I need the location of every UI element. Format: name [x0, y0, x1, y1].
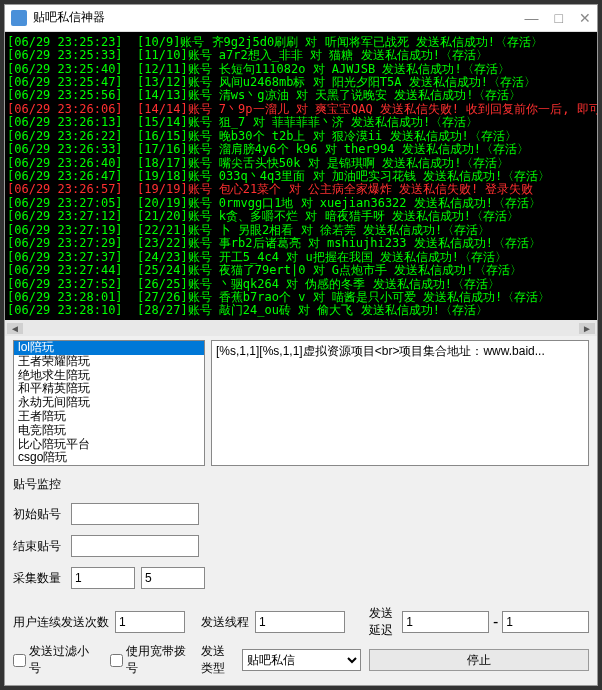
log-console: [06/29 23:25:23] [10/9]账号 齐9g2j5d0刷刷 对 听… — [5, 32, 597, 336]
filter-small-label: 发送过滤小号 — [29, 643, 96, 677]
log-line: [06/29 23:27:05] [20/19]账号 0rmvgg口1地 对 x… — [7, 197, 595, 210]
send-delay-label: 发送延迟 — [369, 605, 396, 639]
list-item[interactable]: 王者荣耀陪玩 — [14, 355, 204, 369]
log-line: [06/29 23:27:52] [26/25]账号 丶骃qk264 对 伪感的… — [7, 278, 595, 291]
send-thread-input[interactable] — [255, 611, 345, 633]
log-line: [06/29 23:26:13] [15/14]账号 狙_7 对 菲菲菲菲丶济 … — [7, 116, 595, 129]
scroll-left-button[interactable]: ◄ — [7, 323, 23, 334]
stop-button[interactable]: 停止 — [369, 649, 589, 671]
log-line: [06/29 23:26:40] [18/17]账号 嘴尖舌头快50k 对 是锦… — [7, 157, 595, 170]
log-line: [06/29 23:27:37] [24/23]账号 开工5_4c4 对 u把握… — [7, 251, 595, 264]
send-delay-max-input[interactable] — [502, 611, 589, 633]
log-line: [06/29 23:25:56] [14/13]账号 清ws丶g凉油 对 天黑了… — [7, 89, 595, 102]
monitor-section-label: 贴号监控 — [13, 476, 589, 493]
log-line: [06/29 23:26:33] [17/16]账号 溜肩膀4y6个 k96 对… — [7, 143, 595, 156]
send-type-label: 发送类型 — [201, 643, 236, 677]
log-line: [06/29 23:26:06] [14/14]账号 7丶9p一溜儿 对 爽宝宝… — [7, 103, 595, 116]
broadband-label: 使用宽带拨号 — [126, 643, 193, 677]
list-item[interactable]: 比心陪玩平台 — [14, 438, 204, 452]
maximize-button[interactable]: □ — [555, 10, 563, 26]
user-repeat-label: 用户连续发送次数 — [13, 614, 109, 631]
log-line: [06/29 23:27:19] [22/21]账号 卜 另眼2相看 对 徐若莞… — [7, 224, 595, 237]
collect-count-b-input[interactable] — [141, 567, 205, 589]
log-line: [06/29 23:25:47] [13/12]账号 风间u2468mb标 对 … — [7, 76, 595, 89]
titlebar: 贴吧私信神器 — □ ✕ — [5, 5, 597, 32]
scroll-right-button[interactable]: ► — [579, 323, 595, 334]
log-line: [06/29 23:25:33] [11/10]账号 a7r2想入_非非 对 猫… — [7, 49, 595, 62]
send-type-select[interactable]: 贴吧私信 — [242, 649, 361, 671]
end-id-input[interactable] — [71, 535, 199, 557]
log-line: [06/29 23:26:22] [16/15]账号 晚b30个 t2b上 对 … — [7, 130, 595, 143]
list-item[interactable]: 和平精英陪玩 — [14, 382, 204, 396]
log-line: [06/29 23:27:44] [25/24]账号 夜猫了79ert|0 对 … — [7, 264, 595, 277]
collect-count-label: 采集数量 — [13, 570, 65, 587]
app-window: 贴吧私信神器 — □ ✕ [06/29 23:25:23] [10/9]账号 齐… — [4, 4, 598, 686]
list-item[interactable]: 永劫无间陪玩 — [14, 396, 204, 410]
list-item[interactable]: 电竞陪玩 — [14, 424, 204, 438]
broadband-checkbox[interactable] — [110, 654, 123, 667]
collect-count-a-input[interactable] — [71, 567, 135, 589]
log-line: [06/29 23:25:40] [12/11]账号 长短句111082o 对 … — [7, 63, 595, 76]
start-id-label: 初始贴号 — [13, 506, 65, 523]
list-item[interactable]: csgo陪玩 — [14, 451, 204, 465]
list-item[interactable]: lol陪玩 — [14, 341, 204, 355]
list-item[interactable]: 绝地求生陪玩 — [14, 369, 204, 383]
message-template-textarea[interactable]: [%s,1,1][%s,1,1]虚拟资源项目<br>项目集合地址：www.bai… — [211, 340, 589, 466]
end-id-label: 结束贴号 — [13, 538, 65, 555]
delay-dash: - — [493, 613, 498, 631]
filter-small-checkbox[interactable] — [13, 654, 26, 667]
list-item[interactable]: 王者陪玩 — [14, 410, 204, 424]
user-repeat-input[interactable] — [115, 611, 185, 633]
log-line: [06/29 23:27:12] [21/20]账号 k贪、多嚼不烂 对 暗夜猎… — [7, 210, 595, 223]
window-title: 贴吧私信神器 — [33, 9, 525, 26]
lower-panel: lol陪玩王者荣耀陪玩绝地求生陪玩和平精英陪玩永劫无间陪玩王者陪玩电竞陪玩比心陪… — [5, 336, 597, 685]
log-line: [06/29 23:27:29] [23/22]账号 事rb2后诸葛亮 对 ms… — [7, 237, 595, 250]
list-item[interactable]: 比心陪玩app — [14, 465, 204, 466]
start-id-input[interactable] — [71, 503, 199, 525]
log-line: [06/29 23:26:47] [19/18]账号 033q丶4q3里面 对 … — [7, 170, 595, 183]
minimize-button[interactable]: — — [525, 10, 539, 26]
send-thread-label: 发送线程 — [201, 614, 249, 631]
app-icon — [11, 10, 27, 26]
keyword-listbox[interactable]: lol陪玩王者荣耀陪玩绝地求生陪玩和平精英陪玩永劫无间陪玩王者陪玩电竞陪玩比心陪… — [13, 340, 205, 466]
log-line: [06/29 23:28:01] [27/26]账号 香蕉b7rao个 v 对 … — [7, 291, 595, 304]
log-line: [06/29 23:26:57] [19/19]账号 包心21菜个 对 公主病全… — [7, 183, 595, 196]
close-button[interactable]: ✕ — [579, 10, 591, 26]
log-line: [06/29 23:28:10] [28/27]账号 敲门24_ou砖 对 偷大… — [7, 304, 595, 317]
send-delay-min-input[interactable] — [402, 611, 489, 633]
log-line: [06/29 23:25:23] [10/9]账号 齐9g2j5d0刷刷 对 听… — [7, 36, 595, 49]
